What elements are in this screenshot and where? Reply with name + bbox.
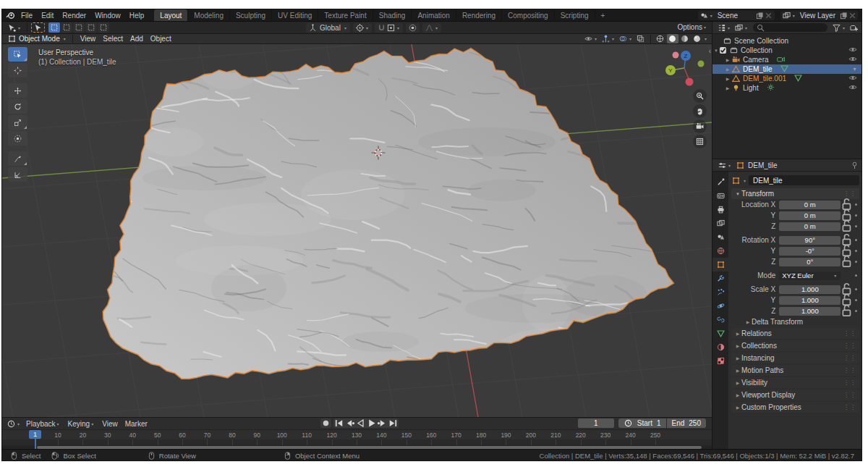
properties-tab-view-layer[interactable] <box>712 216 728 230</box>
jump-start-button[interactable] <box>333 418 344 428</box>
ortho-grid-button[interactable] <box>693 135 707 148</box>
value-field[interactable]: 1.000 <box>779 285 841 294</box>
select-subtract-button[interactable] <box>73 22 85 33</box>
timeline-ruler[interactable]: 1020304050607080901001101201301401501601… <box>2 429 712 439</box>
pivot-dropdown[interactable]: ▾ <box>353 23 372 33</box>
menu-edit[interactable]: Edit <box>37 12 58 20</box>
panel-instancing[interactable]: ▶Instancing⋮⋮ <box>731 353 859 363</box>
drag-handle-icon[interactable]: ⋮⋮ <box>843 379 856 386</box>
panel-relations[interactable]: ▶Relations⋮⋮ <box>731 328 859 339</box>
rotation-mode-dropdown[interactable]: XYZ Euler▾ <box>779 272 841 280</box>
shading-material-button[interactable] <box>679 34 691 43</box>
select-box-tool[interactable] <box>8 47 27 62</box>
zoom-button[interactable] <box>693 89 707 103</box>
next-keyframe-button[interactable] <box>377 418 388 428</box>
viewport-3d[interactable]: User Perspective (1) Collection | DEM_ti… <box>2 44 712 417</box>
viewport-menu-view[interactable]: View <box>77 35 100 43</box>
value-field[interactable]: -0° <box>779 247 841 256</box>
play-reverse-button[interactable] <box>355 418 366 428</box>
outliner-filter-button[interactable]: ▾ <box>830 22 848 33</box>
animate-dot[interactable] <box>853 250 859 252</box>
disclosure-triangle-icon[interactable]: ▼ <box>712 49 720 53</box>
outliner-item-camera[interactable]: ▶Camera <box>712 55 862 64</box>
current-frame-field[interactable]: 1 <box>578 418 614 428</box>
disclosure-triangle-icon[interactable]: ▶ <box>724 85 731 91</box>
shading-solid-button[interactable] <box>667 34 678 43</box>
cursor-tool[interactable] <box>8 63 27 77</box>
shading-rendered-button[interactable] <box>692 34 703 43</box>
menu-file[interactable]: File <box>17 12 37 20</box>
hide-in-viewport-toggle[interactable] <box>848 75 857 83</box>
camera-view-button[interactable] <box>693 119 707 133</box>
animate-dot[interactable] <box>853 310 859 312</box>
viewport-menu-select[interactable]: Select <box>99 35 127 43</box>
timeline-menu-keying[interactable]: Keying▾ <box>64 420 99 428</box>
playhead-line[interactable] <box>35 439 36 450</box>
unlink-scene-icon[interactable] <box>765 11 773 20</box>
viewport-menu-object[interactable]: Object <box>147 35 175 43</box>
view-layer-selector[interactable]: ▾ View Layer <box>780 11 858 20</box>
drag-handle-icon[interactable]: ⋮⋮ <box>843 404 856 411</box>
properties-tab-output[interactable] <box>712 203 728 216</box>
value-field[interactable]: 0° <box>779 258 841 266</box>
object-visibility-dropdown[interactable]: ▾ <box>582 34 600 43</box>
new-view-layer-icon[interactable] <box>839 11 848 20</box>
shading-wireframe-button[interactable] <box>655 34 666 43</box>
workspace-tab-compositing[interactable]: Compositing <box>501 9 554 21</box>
object-name-field[interactable]: DEM_tile <box>749 175 859 185</box>
mode-dropdown[interactable]: Object Mode ▾ <box>6 34 69 44</box>
navigation-gizmo[interactable]: ZY <box>664 49 706 89</box>
select-extend-button[interactable] <box>61 22 72 33</box>
chevron-down-icon[interactable]: ▼ <box>852 67 857 72</box>
workspace-tab-modeling[interactable]: Modeling <box>187 9 229 21</box>
timeline-track[interactable] <box>2 439 712 445</box>
outliner-item-light[interactable]: ▶Light <box>712 83 862 93</box>
animate-dot[interactable] <box>853 203 859 206</box>
start-frame-field[interactable]: Start 1 <box>618 418 666 428</box>
outliner-item-dem-tile[interactable]: ▶DEM_tile▼ <box>712 64 862 74</box>
scene-selector[interactable]: ▾ Scene <box>698 11 775 20</box>
select-invert-button[interactable] <box>85 22 97 33</box>
panel-visibility[interactable]: ▶Visibility⋮⋮ <box>731 377 859 388</box>
timeline-menu-playback[interactable]: Playback▾ <box>22 420 64 428</box>
options-button[interactable]: Options ▾ <box>678 23 707 31</box>
proportional-editing[interactable] <box>406 23 420 33</box>
new-scene-icon[interactable] <box>756 11 765 20</box>
workspace-tab-animation[interactable]: Animation <box>411 9 455 21</box>
pan-hand-button[interactable] <box>693 104 707 118</box>
properties-tab-render[interactable] <box>712 189 728 203</box>
blender-logo-icon[interactable] <box>6 11 15 20</box>
active-tool-indicator[interactable] <box>31 22 45 33</box>
properties-tab-particles[interactable] <box>712 285 728 299</box>
select-set-button[interactable] <box>48 22 60 33</box>
panel-motion-paths[interactable]: ▶Motion Paths⋮⋮ <box>731 365 859 376</box>
pin-icon[interactable] <box>850 161 859 169</box>
drag-handle-icon[interactable]: ⋮⋮ <box>843 342 856 349</box>
value-field[interactable]: 90° <box>779 236 841 245</box>
drag-handle-icon[interactable]: ⋮⋮ <box>843 355 856 361</box>
active-tool-selector[interactable]: ▾ <box>6 22 23 33</box>
sidebar-collapse-icon[interactable]: ‹ <box>709 47 711 55</box>
properties-editor-type[interactable]: ▾ <box>716 160 733 170</box>
play-button[interactable] <box>366 418 377 428</box>
timeline-menu-marker[interactable]: Marker <box>122 420 151 428</box>
menu-render[interactable]: Render <box>58 12 90 20</box>
new-collection-button[interactable] <box>848 22 860 33</box>
orientation-dropdown[interactable]: Global ▾ <box>306 23 350 33</box>
drag-handle-icon[interactable]: ⋮⋮ <box>843 190 856 197</box>
workspace-tab-scripting[interactable]: Scripting <box>554 9 595 21</box>
properties-tab-constraints[interactable] <box>712 313 728 327</box>
value-field[interactable]: 0 m <box>779 211 841 220</box>
hide-in-viewport-toggle[interactable] <box>848 46 857 54</box>
workspace-tab-shading[interactable]: Shading <box>373 9 412 21</box>
prev-keyframe-button[interactable] <box>344 418 355 428</box>
measure-tool[interactable] <box>8 167 27 182</box>
properties-tab-modifiers[interactable] <box>712 272 728 285</box>
workspace-tab-uv-editing[interactable]: UV Editing <box>271 9 318 21</box>
xray-toggle[interactable] <box>634 34 647 43</box>
disclosure-triangle-icon[interactable]: ▶ <box>724 57 731 62</box>
lock-icon[interactable] <box>841 303 853 318</box>
viewport-menu-add[interactable]: Add <box>127 35 147 43</box>
animate-dot[interactable] <box>853 261 859 263</box>
properties-tab-object[interactable] <box>712 258 728 272</box>
